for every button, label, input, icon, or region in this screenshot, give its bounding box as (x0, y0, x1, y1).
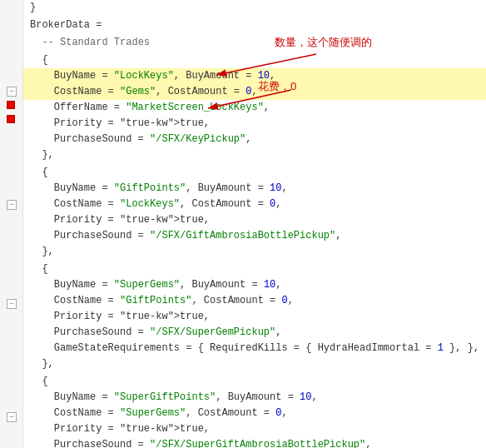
code-line-34: PurchaseSound = "/SFX/SuperGiftAmbrosiaB… (23, 437, 486, 448)
collapse-btn-7[interactable]: − (7, 87, 17, 97)
code-line-33: Priority = "true-kw">true, (23, 421, 486, 437)
collapse-btn-15[interactable]: − (7, 200, 17, 210)
breakpoint-marker-9[interactable] (7, 115, 15, 123)
code-lines: }BrokerData = -- Standard Trades { BuyNa… (23, 0, 486, 448)
code-line-11: Priority = "true-kw">true, (23, 116, 486, 132)
code-line-27: GameStateRequirements = { RequiredKills … (23, 341, 486, 356)
collapse-btn-30[interactable]: − (7, 412, 17, 422)
code-line-18: Priority = "true-kw">true, (23, 212, 486, 228)
code-line-26: PurchaseSound = "/SFX/SuperGemPickup", (23, 325, 486, 341)
code-line-8: BuyName = "LockKeys", BuyAmount = 10, (23, 68, 486, 84)
code-line-5: -- Standard Trades (23, 35, 486, 51)
code-line-10: OfferName = "MarketScreen_LockKeys", (23, 100, 486, 116)
code-editor: −−−−− }BrokerData = -- Standard Trades {… (0, 0, 486, 448)
code-line-1: } (23, 0, 486, 16)
code-area: −−−−− }BrokerData = -- Standard Trades {… (0, 0, 486, 448)
collapse-btn-22[interactable]: − (7, 299, 17, 309)
code-line-16: BuyName = "GiftPoints", BuyAmount = 10, (23, 181, 486, 197)
code-line-24: CostName = "GiftPoints", CostAmount = 0, (23, 293, 486, 309)
code-line-30: { (23, 374, 486, 390)
code-line-20: }, (23, 244, 486, 260)
breakpoint-marker-8[interactable] (7, 101, 15, 109)
code-line-7: { (23, 52, 486, 68)
code-line-3: BrokerData = (23, 17, 486, 33)
code-line-19: PurchaseSound = "/SFX/GiftAmbrosiaBottle… (23, 228, 486, 244)
code-line-25: Priority = "true-kw">true, (23, 309, 486, 325)
code-line-31: BuyName = "SuperGiftPoints", BuyAmount =… (23, 390, 486, 406)
code-line-23: BuyName = "SuperGems", BuyAmount = 10, (23, 277, 486, 293)
gutter: −−−−− (0, 0, 23, 448)
code-line-13: }, (23, 147, 486, 163)
code-line-32: CostName = "SuperGems", CostAmount = 0, (23, 406, 486, 421)
code-line-28: }, (23, 356, 486, 372)
code-line-17: CostName = "LockKeys", CostAmount = 0, (23, 197, 486, 212)
code-line-9: CostName = "Gems", CostAmount = 0, (23, 84, 486, 100)
code-line-15: { (23, 165, 486, 181)
code-line-22: { (23, 261, 486, 277)
code-line-12: PurchaseSound = "/SFX/KeyPickup", (23, 132, 486, 147)
